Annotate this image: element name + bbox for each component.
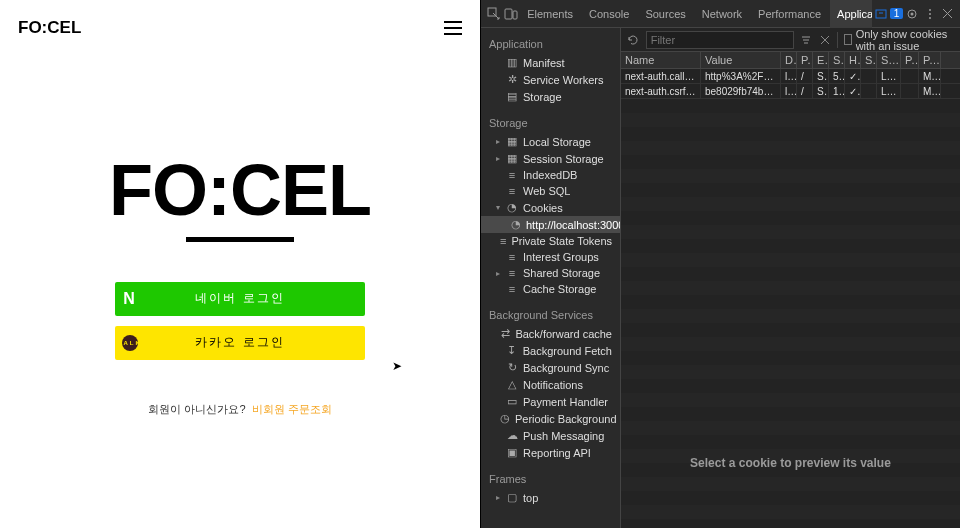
sidebar-item-cookies[interactable]: ▾◔Cookies xyxy=(481,199,620,216)
sidebar-item-local-storage[interactable]: ▸▦Local Storage xyxy=(481,133,620,150)
devtools-main: Only show cookies with an issue Name Val… xyxy=(621,28,960,528)
group-frames: Frames xyxy=(481,469,620,489)
svg-point-8 xyxy=(929,13,931,15)
signup-footer: 회원이 아니신가요? 비회원 주문조회 xyxy=(148,402,331,417)
login-kakao-button[interactable]: TALK 카카오 로그인 xyxy=(115,326,365,360)
sidebar-item-cache-storage[interactable]: ≡Cache Storage xyxy=(481,281,620,297)
cookie-table-header: Name Value D... P... E... S... H... S...… xyxy=(621,52,960,69)
table-row[interactable]: next-auth.callbac... http%3A%2F%... l...… xyxy=(621,69,960,84)
group-storage: Storage xyxy=(481,113,620,133)
col-p[interactable]: P... xyxy=(797,52,813,68)
inspect-icon[interactable] xyxy=(485,4,503,24)
sidebar-item-payment[interactable]: ▭Payment Handler xyxy=(481,393,620,410)
refresh-icon[interactable] xyxy=(627,30,640,50)
svg-rect-2 xyxy=(513,11,517,19)
devtools-topbar: Elements Console Sources Network Perform… xyxy=(481,0,960,28)
cookie-empty-area: Select a cookie to preview its value xyxy=(621,99,960,528)
close-icon[interactable] xyxy=(938,4,956,24)
checkbox-icon xyxy=(844,34,852,45)
sidebar-item-reporting[interactable]: ▣Reporting API xyxy=(481,444,620,461)
brand-underline xyxy=(186,237,294,242)
devtools-tabs: Elements Console Sources Network Perform… xyxy=(520,0,872,28)
tab-application[interactable]: Application xyxy=(830,0,872,28)
login-naver-label: 네이버 로그인 xyxy=(115,290,365,307)
col-p3[interactable]: P... xyxy=(919,52,941,68)
tab-elements[interactable]: Elements xyxy=(520,0,580,28)
group-application: Application xyxy=(481,34,620,54)
sidebar-item-notifications[interactable]: △Notifications xyxy=(481,376,620,393)
svg-point-7 xyxy=(929,9,931,11)
sidebar-item-frames-top[interactable]: ▸▢top xyxy=(481,489,620,506)
guest-order-link[interactable]: 비회원 주문조회 xyxy=(252,402,332,417)
filter-options-icon[interactable] xyxy=(800,30,813,50)
sidebar-item-bgfetch[interactable]: ↧Background Fetch xyxy=(481,342,620,359)
col-name[interactable]: Name xyxy=(621,52,701,68)
kebab-icon[interactable] xyxy=(921,4,939,24)
cookie-rows: next-auth.callbac... http%3A%2F%... l...… xyxy=(621,69,960,99)
sidebar-item-session-storage[interactable]: ▸▦Session Storage xyxy=(481,150,620,167)
col-s[interactable]: S... xyxy=(829,52,845,68)
cookies-filter-input[interactable] xyxy=(646,31,794,49)
settings-icon[interactable] xyxy=(903,4,921,24)
sidebar-item-storage[interactable]: ▤Storage xyxy=(481,88,620,105)
cookie-preview-hint: Select a cookie to preview its value xyxy=(621,448,960,478)
svg-point-6 xyxy=(910,12,913,15)
col-e[interactable]: E... xyxy=(813,52,829,68)
col-value[interactable]: Value xyxy=(701,52,781,68)
clear-icon[interactable] xyxy=(818,30,831,50)
tab-network[interactable]: Network xyxy=(695,0,749,28)
sidebar-item-bfcache[interactable]: ⇄Back/forward cache xyxy=(481,325,620,342)
table-row[interactable]: next-auth.csrf-tok... be8029fb74be9... l… xyxy=(621,84,960,99)
tab-sources[interactable]: Sources xyxy=(638,0,692,28)
col-h[interactable]: H... xyxy=(845,52,861,68)
sidebar-item-interest-groups[interactable]: ≡Interest Groups xyxy=(481,249,620,265)
svg-point-9 xyxy=(929,17,931,19)
issues-count[interactable]: 1 xyxy=(890,8,904,19)
signup-question: 회원이 아니신가요? xyxy=(148,402,245,417)
sidebar-item-cookies-origin[interactable]: ◔http://localhost:3000 xyxy=(481,216,620,233)
svg-rect-1 xyxy=(505,9,512,19)
sidebar-item-push[interactable]: ☁Push Messaging xyxy=(481,427,620,444)
login-kakao-label: 카카오 로그인 xyxy=(115,334,365,351)
svg-rect-3 xyxy=(876,10,886,18)
sidebar-item-private-state[interactable]: ≡Private State Tokens xyxy=(481,233,620,249)
only-issue-label: Only show cookies with an issue xyxy=(856,28,954,52)
sidebar-item-indexeddb[interactable]: ≡IndexedDB xyxy=(481,167,620,183)
cookies-toolbar: Only show cookies with an issue xyxy=(621,28,960,52)
issues-icon[interactable] xyxy=(872,4,890,24)
col-d[interactable]: D... xyxy=(781,52,797,68)
devtools-sidebar: Application ▥Manifest ✲Service Workers ▤… xyxy=(481,28,621,528)
devtools-panel: Elements Console Sources Network Perform… xyxy=(480,0,960,528)
brand-logo-large: FO:CEL xyxy=(109,158,371,223)
brand-small[interactable]: FO:CEL xyxy=(18,18,81,38)
group-background: Background Services xyxy=(481,305,620,325)
login-naver-button[interactable]: N 네이버 로그인 xyxy=(115,282,365,316)
col-p2[interactable]: P... xyxy=(901,52,919,68)
sidebar-item-bgsync[interactable]: ↻Background Sync xyxy=(481,359,620,376)
device-toggle-icon[interactable] xyxy=(503,4,521,24)
sidebar-item-periodic[interactable]: ◷Periodic Background Sync xyxy=(481,410,620,427)
sidebar-item-manifest[interactable]: ▥Manifest xyxy=(481,54,620,71)
sidebar-item-service-workers[interactable]: ✲Service Workers xyxy=(481,71,620,88)
sidebar-item-shared-storage[interactable]: ▸≡Shared Storage xyxy=(481,265,620,281)
col-s2[interactable]: S... xyxy=(861,52,877,68)
sidebar-item-websql[interactable]: ≡Web SQL xyxy=(481,183,620,199)
menu-icon[interactable] xyxy=(444,21,462,35)
only-issue-checkbox[interactable]: Only show cookies with an issue xyxy=(844,28,954,52)
tab-performance[interactable]: Performance xyxy=(751,0,828,28)
tab-console[interactable]: Console xyxy=(582,0,636,28)
col-s3[interactable]: S... xyxy=(877,52,901,68)
